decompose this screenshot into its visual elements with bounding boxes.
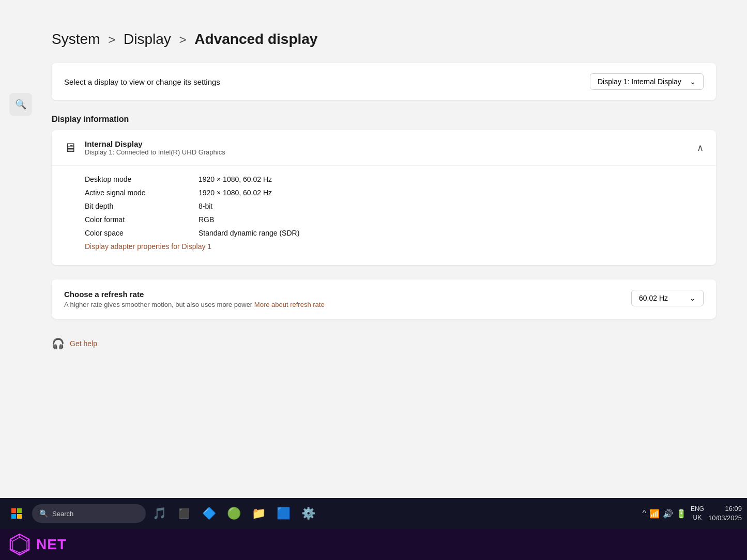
internal-display-subtitle: Display 1: Connected to Intel(R) UHD Gra… (85, 148, 225, 156)
breadcrumb-display[interactable]: Display (124, 31, 171, 47)
prop-label-desktop-mode: Desktop mode (85, 175, 199, 183)
refresh-rate-dropdown-chevron: ⌄ (690, 294, 696, 302)
prop-color-space: Color space Standard dynamic range (SDR) (85, 229, 704, 237)
display-dropdown[interactable]: Display 1: Internal Display ⌄ (590, 73, 704, 90)
file-explorer-taskbar-icon[interactable]: ⬛ (173, 502, 195, 525)
sidebar-search-icon[interactable]: 🔍 (9, 93, 32, 116)
display-selector-label: Select a display to view or change its s… (64, 77, 220, 86)
win-logo-q1 (11, 508, 16, 513)
display-properties: Desktop mode 1920 × 1080, 60.02 Hz Activ… (52, 166, 716, 265)
refresh-rate-dropdown[interactable]: 60.02 Hz ⌄ (631, 290, 704, 306)
taskbar-search-icon: 🔍 (39, 509, 48, 518)
prop-desktop-mode: Desktop mode 1920 × 1080, 60.02 Hz (85, 175, 704, 183)
chrome-taskbar-icon[interactable]: 🟢 (222, 502, 245, 525)
store-icon: 🟦 (277, 507, 291, 520)
display-info-card: 🖥 Internal Display Display 1: Connected … (52, 130, 716, 265)
taskbar-search-label: Search (52, 510, 73, 518)
clock-time: 16:09 (708, 504, 742, 514)
display-info-header[interactable]: 🖥 Internal Display Display 1: Connected … (52, 130, 716, 166)
monitor-icon: 🖥 (64, 141, 77, 155)
breadcrumb-sep2: > (179, 33, 187, 46)
breadcrumb-sep1: > (108, 33, 115, 46)
refresh-rate-card: Choose a refresh rate A higher rate give… (52, 279, 716, 319)
main-content: Select a display to view or change its s… (41, 63, 716, 350)
taskbar-tray: ^ 📶 🔊 🔋 ENG UK 16:09 10/03/2025 (642, 504, 742, 523)
get-help-icon: 🎧 (52, 337, 65, 350)
prop-label-color-format: Color format (85, 215, 199, 224)
volume-icon[interactable]: 🔊 (663, 509, 673, 519)
breadcrumb-system[interactable]: System (52, 31, 100, 47)
display-dropdown-label: Display 1: Internal Display (598, 77, 681, 86)
settings-taskbar-icon[interactable]: ⚙️ (297, 502, 319, 525)
prop-bit-depth: Bit depth 8-bit (85, 202, 704, 210)
display-info-header-left: 🖥 Internal Display Display 1: Connected … (64, 139, 225, 156)
tray-chevron[interactable]: ^ (642, 509, 646, 518)
svg-marker-1 (12, 537, 27, 553)
prop-value-color-space: Standard dynamic range (SDR) (199, 229, 299, 237)
prop-color-format: Color format RGB (85, 215, 704, 224)
get-help[interactable]: 🎧 Get help (52, 337, 716, 350)
prop-label-active-signal: Active signal mode (85, 189, 199, 197)
taskbar-bottom: NET (0, 529, 747, 560)
display-dropdown-chevron: ⌄ (690, 77, 696, 86)
search-icon: 🔍 (15, 99, 26, 110)
refresh-rate-dropdown-label: 60.02 Hz (639, 294, 668, 302)
win-logo-q4 (17, 514, 22, 519)
prop-label-bit-depth: Bit depth (85, 202, 199, 210)
win-logo-q2 (17, 508, 22, 513)
win-logo-q3 (11, 514, 16, 519)
adapter-properties-link[interactable]: Display adapter properties for Display 1 (85, 242, 211, 251)
net-hex-icon (8, 533, 31, 556)
prop-adapter-link[interactable]: Display adapter properties for Display 1 (85, 242, 704, 251)
refresh-rate-desc-text: A higher rate gives smoother motion, but… (64, 301, 252, 308)
settings-window: System > Display > Advanced display Sele… (41, 0, 747, 498)
edge-taskbar-icon[interactable]: 🔷 (197, 502, 220, 525)
prop-active-signal: Active signal mode 1920 × 1080, 60.02 Hz (85, 189, 704, 197)
display-selector-bar: Select a display to view or change its s… (52, 63, 716, 100)
prop-label-color-space: Color space (85, 229, 199, 237)
file-explorer-icon: ⬛ (178, 508, 190, 519)
folder-taskbar-icon[interactable]: 📁 (247, 502, 270, 525)
prop-value-bit-depth: 8-bit (199, 202, 212, 210)
language-block[interactable]: ENG UK (691, 505, 704, 522)
tray-icons: ^ 📶 🔊 🔋 (642, 509, 687, 519)
net-logo-area: NET (8, 533, 67, 556)
net-label: NET (36, 536, 67, 553)
refresh-rate-left: Choose a refresh rate A higher rate give… (64, 290, 325, 308)
display-info-header-text: Internal Display Display 1: Connected to… (85, 139, 225, 156)
taskbar: 🔍 Search 🎵 ⬛ 🔷 🟢 📁 🟦 ⚙️ ^ 📶 (0, 498, 747, 560)
windows-logo (11, 508, 22, 519)
music-icon: 🎵 (153, 507, 166, 520)
language-code: ENG (691, 505, 704, 514)
wifi-icon[interactable]: 📶 (649, 509, 660, 519)
refresh-rate-desc: A higher rate gives smoother motion, but… (64, 301, 325, 308)
get-help-label[interactable]: Get help (70, 339, 97, 348)
settings-icon: ⚙️ (301, 507, 315, 520)
display-info-heading: Display information (52, 115, 716, 124)
chrome-icon: 🟢 (227, 507, 241, 520)
language-region: UK (691, 514, 704, 522)
prop-value-active-signal: 1920 × 1080, 60.02 Hz (199, 189, 272, 197)
folder-icon: 📁 (252, 507, 266, 520)
time-block[interactable]: 16:09 10/03/2025 (708, 504, 742, 523)
clock-date: 10/03/2025 (708, 514, 742, 523)
taskbar-main: 🔍 Search 🎵 ⬛ 🔷 🟢 📁 🟦 ⚙️ ^ 📶 (0, 498, 747, 529)
prop-value-desktop-mode: 1920 × 1080, 60.02 Hz (199, 175, 272, 183)
prop-value-color-format: RGB (199, 215, 214, 224)
expand-collapse-icon[interactable]: ∧ (697, 142, 704, 153)
breadcrumb: System > Display > Advanced display (41, 10, 716, 48)
battery-icon[interactable]: 🔋 (676, 509, 687, 519)
internal-display-title: Internal Display (85, 139, 225, 148)
start-button[interactable] (5, 502, 28, 525)
breadcrumb-advanced-display: Advanced display (194, 31, 317, 47)
refresh-rate-title: Choose a refresh rate (64, 290, 325, 299)
music-taskbar-icon[interactable]: 🎵 (148, 502, 171, 525)
sidebar: 🔍 (0, 0, 41, 498)
more-about-refresh-link[interactable]: More about refresh rate (254, 301, 325, 308)
store-taskbar-icon[interactable]: 🟦 (272, 502, 295, 525)
taskbar-search-bar[interactable]: 🔍 Search (32, 504, 146, 523)
edge-icon: 🔷 (202, 507, 216, 520)
